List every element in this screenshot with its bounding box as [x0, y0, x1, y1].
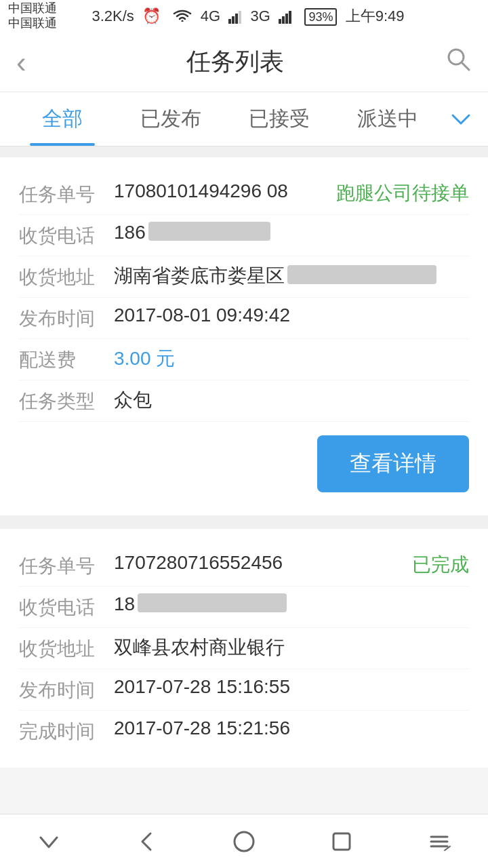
card2-badge: 已完成 — [412, 552, 469, 578]
content-area: 任务单号 17080101494296 08 跑腿公司待接单 收货电话 186 … — [0, 157, 488, 822]
card2-task-label: 任务单号 — [19, 552, 114, 579]
network-speed: 3.2K/s ⏰ 4G 3G 93% 上午9:49 — [92, 6, 405, 26]
wifi-icon — [173, 9, 192, 24]
tab-published[interactable]: 已发布 — [117, 92, 225, 146]
card1-publish-value: 2017-08-01 09:49:42 — [114, 304, 469, 326]
carrier-info: 中国联通 中国联通 — [8, 1, 57, 31]
card2-address-label: 收货地址 — [19, 635, 114, 662]
card1-address-value: 湖南省娄底市娄星区 — [114, 263, 469, 289]
nav-back-button[interactable] — [119, 814, 174, 869]
card2-complete-label: 完成时间 — [19, 717, 114, 745]
card2-complete-value: 2017-07-28 15:21:56 — [114, 717, 469, 739]
address-blur — [287, 265, 436, 284]
phone-blur — [148, 222, 270, 241]
card1-fee-value: 3.00 元 — [114, 346, 469, 372]
top-nav: ‹ 任务列表 — [0, 33, 488, 92]
card1-phone-label: 收货电话 — [19, 222, 114, 249]
home-icon — [230, 828, 258, 855]
tab-delivering[interactable]: 派送中 — [333, 92, 442, 146]
card1-publish-row: 发布时间 2017-08-01 09:49:42 — [19, 298, 469, 339]
card2-publish-row: 发布时间 2017-07-28 15:16:55 — [19, 669, 469, 711]
nav-menu-button[interactable] — [412, 814, 466, 869]
nav-home-button[interactable] — [217, 814, 271, 869]
svg-rect-11 — [333, 833, 350, 850]
card2-publish-value: 2017-07-28 15:16:55 — [114, 676, 469, 698]
svg-rect-7 — [289, 11, 291, 24]
tab-more-button[interactable] — [442, 107, 480, 132]
tab-bar: 全部 已发布 已接受 派送中 — [0, 92, 488, 146]
card2-phone-value: 18 — [114, 593, 469, 615]
card1-type-value: 众包 — [114, 387, 469, 413]
detail-button[interactable]: 查看详情 — [317, 435, 469, 492]
card2-task-row: 任务单号 1707280716552456 已完成 — [19, 545, 469, 587]
card2-complete-row: 完成时间 2017-07-28 15:21:56 — [19, 711, 469, 751]
svg-rect-2 — [235, 14, 238, 24]
back-button[interactable]: ‹ — [16, 45, 26, 79]
card1-badge: 跑腿公司待接单 — [336, 180, 469, 206]
svg-line-9 — [462, 62, 469, 70]
nav-down-button[interactable] — [22, 814, 76, 869]
card1-phone-value: 186 — [114, 222, 469, 243]
recent-icon — [328, 828, 355, 855]
card2-phone-row: 收货电话 18 — [19, 587, 469, 628]
card1-fee-label: 配送费 — [19, 346, 114, 373]
card1-btn-row: 查看详情 — [19, 422, 469, 499]
down-icon — [35, 828, 62, 855]
svg-rect-6 — [285, 14, 288, 24]
card1-type-row: 任务类型 众包 — [19, 380, 469, 422]
task-card-2: 任务单号 1707280716552456 已完成 收货电话 18 收货地址 双… — [0, 529, 488, 768]
svg-rect-5 — [282, 16, 285, 24]
phone2-blur — [138, 593, 287, 612]
card1-address-row: 收货地址 湖南省娄底市娄星区 — [19, 256, 469, 298]
nav-recent-button[interactable] — [314, 814, 369, 869]
card1-task-value: 17080101494296 08 — [114, 180, 336, 202]
svg-rect-0 — [228, 19, 231, 24]
signal-icon — [228, 10, 242, 24]
card1-publish-label: 发布时间 — [19, 304, 114, 332]
card1-fee-row: 配送费 3.00 元 — [19, 339, 469, 380]
top-divider — [0, 146, 488, 157]
card1-task-row: 任务单号 17080101494296 08 跑腿公司待接单 — [19, 174, 469, 215]
search-icon — [445, 45, 472, 73]
svg-point-10 — [235, 832, 253, 851]
card2-publish-label: 发布时间 — [19, 676, 114, 703]
svg-rect-4 — [279, 19, 281, 24]
card-separator — [0, 515, 488, 529]
bottom-nav — [0, 814, 488, 868]
back-icon — [133, 828, 160, 855]
card1-type-label: 任务类型 — [19, 387, 114, 414]
page-title: 任务列表 — [186, 45, 284, 79]
svg-rect-3 — [239, 11, 241, 24]
card2-task-value: 1707280716552456 — [114, 552, 412, 574]
menu-icon — [426, 828, 453, 855]
chevron-down-icon — [449, 107, 473, 132]
card2-phone-label: 收货电话 — [19, 593, 114, 620]
signal2-icon — [279, 10, 292, 24]
card1-phone-row: 收货电话 186 — [19, 215, 469, 256]
tab-accepted[interactable]: 已接受 — [225, 92, 333, 146]
card1-address-label: 收货地址 — [19, 263, 114, 290]
search-button[interactable] — [445, 45, 472, 79]
svg-rect-1 — [232, 16, 235, 24]
card2-address-row: 收货地址 双峰县农村商业银行 — [19, 628, 469, 669]
task-card-1: 任务单号 17080101494296 08 跑腿公司待接单 收货电话 186 … — [0, 157, 488, 515]
card1-task-label: 任务单号 — [19, 180, 114, 208]
status-bar: 中国联通 中国联通 3.2K/s ⏰ 4G 3G 93% 上午9:49 — [0, 0, 488, 33]
tab-all[interactable]: 全部 — [8, 92, 117, 146]
battery-indicator: 93% — [304, 8, 337, 26]
card2-address-value: 双峰县农村商业银行 — [114, 635, 469, 660]
